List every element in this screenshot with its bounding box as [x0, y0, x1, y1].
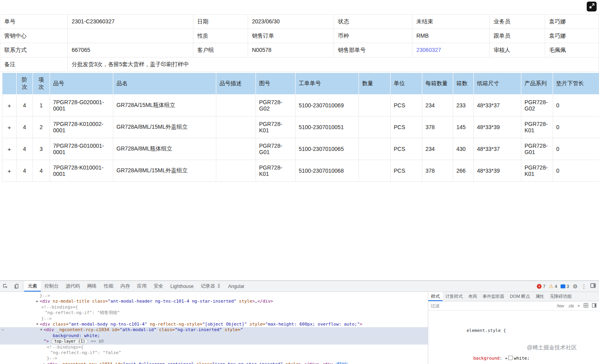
expand-row-button[interactable]: + — [2, 138, 17, 160]
expand-row-button[interactable]: + — [2, 160, 17, 182]
tab-computed[interactable]: 计算样式 — [443, 292, 465, 301]
tab-styles[interactable]: 样式 — [428, 292, 443, 301]
fullscreen-exit-button[interactable] — [587, 2, 597, 11]
code-line[interactable]: ▼<div class="ant-modal-body ng-tns-c101-… — [0, 322, 428, 327]
code-line[interactable]: ▶<div _ngcontent-rcy-c1034 id="exit-full… — [0, 362, 428, 364]
table-cell: 234 — [422, 95, 453, 116]
table-cell: 0 — [553, 138, 599, 160]
code-line[interactable]: <!--bindings={ — [0, 305, 428, 310]
more-options-icon[interactable]: ⋮ — [581, 283, 587, 290]
table-cell: 0 — [553, 160, 599, 182]
tab-network[interactable]: 网络 — [84, 281, 100, 292]
rule-selector[interactable]: element.style — [467, 328, 501, 333]
table-cell: GR728A/8ML/15ML外盖组立 — [113, 160, 216, 182]
inspect-element-icon[interactable] — [0, 281, 11, 292]
table-cell: 3 — [33, 138, 50, 160]
tab-elements[interactable]: 元素 — [24, 281, 41, 292]
field-value — [68, 29, 193, 43]
column-header: 工单单号 — [296, 73, 359, 95]
field-value: RMB — [412, 29, 490, 43]
style-property[interactable]: background: ▶white; — [430, 350, 597, 364]
tab-event-listeners[interactable]: 事件监听器 — [480, 292, 507, 301]
tab-dom-breakpoints[interactable]: DOM 断点 — [507, 292, 533, 301]
tab-layout[interactable]: 布局 — [465, 292, 480, 301]
issues-count: 3 — [567, 284, 569, 289]
computed-sidebar-toggle-icon[interactable] — [584, 303, 588, 309]
styles-options-icon[interactable] — [592, 303, 597, 309]
tab-console[interactable]: 控制台 — [41, 281, 62, 292]
class-toggle[interactable]: .cls — [568, 303, 574, 308]
column-header: 每箱数量 — [422, 73, 453, 95]
new-style-rule-button[interactable]: + — [578, 303, 580, 308]
table-cell: 1 — [33, 95, 50, 116]
table-cell: PGR728-G01 — [521, 138, 553, 160]
code-line[interactable]: background: white; — [0, 333, 428, 339]
expand-arrow-icon[interactable]: ▶ — [35, 299, 40, 304]
sales-order-number-link[interactable]: 23060327 — [416, 47, 441, 53]
elements-tree[interactable]: }-->▶<div nz-modal-title class="ant-moda… — [0, 292, 428, 364]
code-line[interactable]: }--> — [0, 293, 428, 299]
warning-count-badge[interactable]: ⚠ 4 — [549, 284, 557, 289]
collapse-arrow-icon[interactable]: ▼ — [35, 322, 40, 327]
field-value: 未结束 — [412, 15, 490, 29]
code-line[interactable]: "ng-reflect-ng-if": "销售明细" — [0, 310, 428, 316]
expand-row-button[interactable]: + — [2, 116, 17, 138]
code-line[interactable]: }--> — [0, 316, 428, 322]
column-header: 图号 — [256, 73, 296, 95]
tab-application[interactable]: 应用 — [134, 281, 150, 292]
devtools-tabbar-right: × 7 ⚠ 4 3 ⚙ ⋮ — [537, 281, 599, 292]
tab-accessibility[interactable]: 无障碍功能 — [547, 292, 574, 301]
code-line[interactable]: "> top-layer (1) == $0 — [0, 339, 428, 344]
expand-row-button[interactable]: + — [2, 95, 17, 116]
error-count-badge[interactable]: × 7 — [537, 284, 545, 289]
column-header: 项次 — [33, 73, 50, 95]
table-cell: 145 — [453, 116, 474, 138]
code-line[interactable]: ⋯▼<div _ngcontent-rcy-c1034 id="ath-moda… — [0, 327, 428, 333]
remark-value: 分批发货3次，各留5套大货样，盖子印刷打样中 — [68, 57, 599, 72]
collapse-arrow-icon[interactable]: ▼ — [39, 327, 44, 333]
table-cell: 7PGR728-G020001-0001 — [50, 95, 113, 116]
hover-state-toggle[interactable]: :hov — [556, 303, 564, 308]
table-cell: PCS — [391, 160, 422, 182]
screen: 单号 2301-C23060327 日期 2023/06/30 状态 未结束 业… — [0, 0, 599, 364]
field-label: 状态 — [334, 15, 412, 29]
color-swatch[interactable] — [508, 356, 513, 360]
table-cell — [216, 138, 256, 160]
tab-performance[interactable]: 性能 — [100, 281, 117, 292]
remark-label: 备注 — [0, 57, 68, 72]
dock-side-icon[interactable] — [590, 283, 596, 289]
tab-recorder[interactable]: 记录器 — [197, 281, 225, 292]
settings-gear-icon[interactable]: ⚙ — [572, 283, 578, 290]
top-layer-badge[interactable]: top-layer (1) — [52, 339, 88, 344]
issues-icon — [561, 284, 565, 288]
column-header: 产品系列 — [521, 73, 553, 95]
tab-angular[interactable]: Angular — [225, 281, 248, 292]
field-label: 客户组 — [193, 43, 248, 57]
expand-column-header — [2, 73, 17, 95]
table-cell: GR728A/8ML瓶体组立 — [113, 138, 216, 160]
column-header: 品号描述 — [216, 73, 256, 95]
code-line[interactable]: ▶<div nz-modal-title class="ant-modal-he… — [0, 299, 428, 304]
tab-memory[interactable]: 内存 — [117, 281, 134, 292]
issues-count-badge[interactable]: 3 — [561, 284, 569, 289]
styles-sidebar-tabbar: 样式 计算样式 布局 事件监听器 DOM 断点 属性 无障碍功能 — [428, 292, 599, 301]
gutter-ellipsis-icon: ⋯ — [2, 327, 4, 333]
code-line[interactable]: <!--bindings={ — [0, 345, 428, 350]
table-cell: 378 — [422, 160, 453, 182]
field-label: 单号 — [0, 15, 68, 29]
tab-sources[interactable]: 源代码 — [62, 281, 84, 292]
error-icon: × — [537, 284, 542, 289]
styles-filter-input[interactable]: 过滤 — [431, 303, 553, 309]
shorthand-expand-icon[interactable]: ▶ — [506, 356, 507, 360]
tab-lighthouse[interactable]: Lighthouse — [167, 281, 197, 292]
tab-properties[interactable]: 属性 — [533, 292, 547, 301]
code-line[interactable]: }--> — [0, 356, 428, 361]
tab-security[interactable]: 安全 — [150, 281, 167, 292]
table-row: + 4 3 7PGR728-G010001-0001 GR728A/8ML瓶体组… — [2, 138, 599, 160]
device-toolbar-icon[interactable] — [11, 281, 21, 292]
table-cell: 48*33*39 — [474, 116, 521, 138]
code-line[interactable]: "ng-reflect-ng-if": "false" — [0, 350, 428, 356]
table-cell: 266 — [453, 160, 474, 182]
flex-badge[interactable]: flex — [336, 362, 348, 364]
expand-arrow-icon[interactable]: ▶ — [42, 362, 47, 364]
